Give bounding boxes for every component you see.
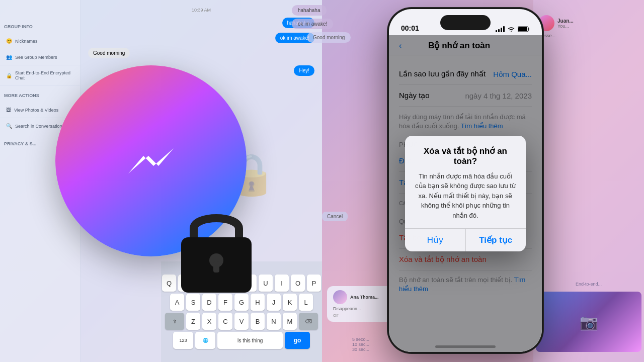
phone-container: 00:01 bbox=[387, 8, 543, 354]
svg-rect-2 bbox=[213, 261, 219, 273]
search-label: Search in Conversation bbox=[15, 124, 62, 129]
group-icon: 👥 bbox=[6, 54, 12, 60]
more-actions-label: MORE ACTIONS bbox=[0, 89, 80, 102]
nicknames-icon: 😊 bbox=[6, 38, 12, 44]
signal-4 bbox=[503, 26, 505, 32]
signal-1 bbox=[496, 30, 497, 32]
key-v: V bbox=[234, 313, 249, 330]
timer-30s: 30 sec... bbox=[352, 347, 369, 352]
sidebar-nicknames: 😊 Nicknames bbox=[0, 33, 80, 49]
keyboard-row-3: ⇧ Z X C V B N M ⌫ bbox=[165, 313, 318, 330]
sidebar-e2e: 🔒 Start End-to-End Encrypted Chat bbox=[0, 65, 80, 86]
photos-label: View Photos & Videos bbox=[14, 108, 58, 113]
key-emoji: 🌐 bbox=[195, 332, 215, 349]
keyboard-row-4: 123 🌐 Is this thing go bbox=[173, 332, 310, 349]
timer-10s: 10 sec... bbox=[352, 342, 369, 347]
timer-5s: 5 seco... bbox=[352, 337, 369, 342]
key-m: M bbox=[283, 313, 297, 330]
key-b: B bbox=[251, 313, 265, 330]
key-space-text: Is this thing bbox=[217, 332, 283, 349]
key-z: Z bbox=[186, 313, 200, 330]
nicknames-label: Nicknames bbox=[15, 39, 38, 44]
phone-screen: 00:01 bbox=[389, 9, 542, 352]
photos-preview-icon: 📷 bbox=[536, 292, 641, 352]
key-n: N bbox=[267, 313, 281, 330]
e2e-label-right: End-to-end... bbox=[536, 282, 641, 287]
dialog-title: Xóa và tắt bộ nhớ an toàn? bbox=[413, 146, 518, 166]
dialog-confirm-btn[interactable]: Tiếp tục bbox=[466, 229, 526, 251]
key-i: I bbox=[275, 275, 289, 292]
right-panel-bg: Juan... You... Messe... End-to-end... 📷 bbox=[533, 0, 644, 362]
key-delete: ⌫ bbox=[299, 313, 318, 330]
key-k: K bbox=[283, 294, 297, 311]
top-chat-bubbles: hahahaha ok im awake! Good morning bbox=[292, 5, 351, 46]
e2e-label: Start End-to-End Encrypted Chat bbox=[15, 70, 74, 80]
dialog-box: Xóa và tắt bộ nhớ an toàn? Tin nhắn được… bbox=[405, 136, 526, 252]
lock-big-icon bbox=[171, 196, 262, 299]
search-small-icon: 🔍 bbox=[6, 123, 12, 129]
wifi-icon bbox=[507, 26, 515, 32]
key-go: go bbox=[285, 332, 310, 349]
dynamic-island bbox=[440, 15, 491, 30]
signal-3 bbox=[501, 28, 502, 32]
timer-options: 5 seco... 10 sec... 30 sec... bbox=[352, 337, 369, 352]
status-time: 00:01 bbox=[401, 24, 419, 32]
group-info-label: GROUP INFO bbox=[0, 20, 80, 33]
ana-avatar bbox=[333, 290, 347, 304]
svg-rect-4 bbox=[518, 27, 527, 31]
lock-small-icon: 🔒 bbox=[6, 73, 12, 78]
dialog-cancel-btn[interactable]: Hủy bbox=[405, 229, 466, 251]
app-content: ‹ Bộ nhớ an toàn Lần sao lưu gần đây nhấ… bbox=[389, 35, 542, 352]
juan-name: Juan... bbox=[557, 18, 574, 24]
cancel-bg-btn: Cancel bbox=[322, 212, 348, 221]
sidebar-group-members: 👥 See Group Members bbox=[0, 49, 80, 65]
messenger-label-right: Messe... bbox=[538, 33, 641, 38]
signal-2 bbox=[498, 29, 500, 32]
msg-hey: Hey! bbox=[294, 65, 314, 76]
juan-status: You... bbox=[557, 24, 574, 29]
battery-icon bbox=[518, 26, 530, 32]
signal-bars bbox=[496, 26, 505, 32]
bubble-awake: ok im awake! bbox=[292, 19, 333, 29]
key-l: L bbox=[299, 294, 313, 311]
key-x: X bbox=[202, 313, 216, 330]
status-icons bbox=[496, 26, 530, 32]
bubble-morning: Good morning bbox=[307, 32, 351, 43]
dialog-buttons: Hủy Tiếp tục bbox=[405, 228, 526, 251]
big-lock-svg bbox=[171, 196, 262, 297]
dialog-overlay: Xóa và tắt bộ nhớ an toàn? Tin nhắn được… bbox=[389, 35, 542, 352]
ana-name: Ana Thoma... bbox=[350, 295, 379, 300]
dialog-message: Tin nhắn được mã hóa đầu cuối của bạn sẽ… bbox=[413, 171, 518, 221]
photos-preview-right: 📷 bbox=[536, 292, 641, 352]
bubble-hahaha: hahahaha bbox=[292, 5, 327, 16]
photos-icon: 🖼 bbox=[6, 107, 11, 113]
key-j: J bbox=[267, 294, 281, 311]
dialog-content: Xóa và tắt bộ nhớ an toàn? Tin nhắn được… bbox=[405, 136, 526, 229]
phone-body: 00:01 bbox=[387, 8, 543, 353]
key-c: C bbox=[218, 313, 232, 330]
msg-morning: Good morning bbox=[88, 48, 130, 58]
key-o: O bbox=[291, 275, 305, 292]
group-members-label: See Group Members bbox=[15, 55, 57, 60]
key-shift: ⇧ bbox=[165, 313, 184, 330]
key-123: 123 bbox=[173, 332, 193, 349]
timestamp: 10:39 AM bbox=[80, 0, 322, 13]
key-p: P bbox=[307, 275, 321, 292]
juan-chat-preview: Juan... You... Messe... bbox=[538, 15, 641, 38]
